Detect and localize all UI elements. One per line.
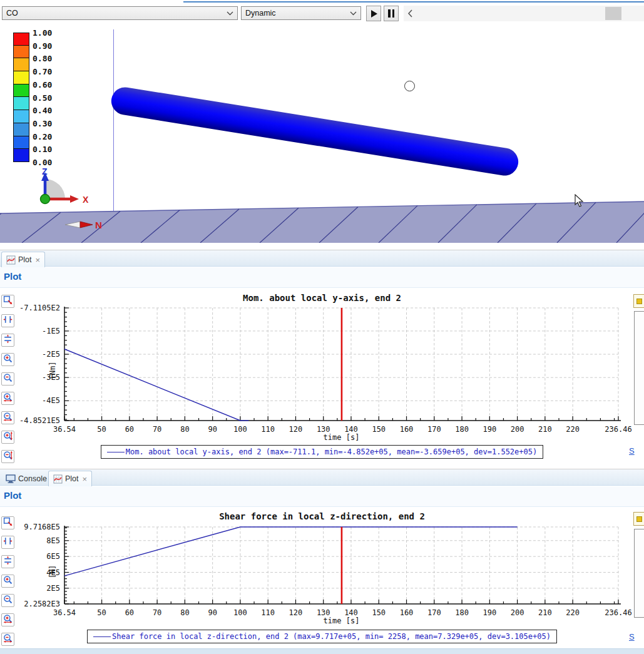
zoom-in-button[interactable] (1, 575, 14, 588)
zoom-out-icon (3, 595, 13, 606)
zoom-out-button[interactable] (1, 372, 14, 386)
zoom-fit-button[interactable] (1, 295, 14, 308)
mouse-cursor (575, 194, 585, 208)
expand-horizontal-button[interactable] (1, 314, 14, 327)
tab-plot-2[interactable]: Plot × (48, 471, 92, 486)
tab-plot-1[interactable]: Plot × (1, 252, 45, 267)
plot-section-header-1: Plot (0, 267, 644, 288)
north-arrow: N (63, 218, 106, 232)
svg-text:70: 70 (153, 425, 161, 434)
svg-text:6E5: 6E5 (46, 552, 60, 561)
svg-text:Shear force in local z-directi: Shear force in local z-direction, end 2 (219, 511, 425, 521)
chart-moment-y-axis: Mom. about local y-axis, end 2-1E5-2E5-3… (0, 288, 644, 444)
zoom-out-y-button[interactable] (1, 450, 14, 463)
close-icon[interactable]: × (83, 474, 88, 484)
scrollbar-thumb[interactable] (605, 7, 621, 20)
zoom-in-icon (3, 575, 13, 587)
pause-button[interactable] (384, 6, 399, 21)
svg-text:210: 210 (538, 425, 552, 434)
svg-text:50: 50 (97, 608, 106, 617)
tab-console[interactable]: Console (1, 471, 51, 486)
zoom-fit-button[interactable] (1, 516, 14, 529)
chevron-down-icon (350, 11, 357, 16)
svg-text:220: 220 (566, 608, 580, 617)
zoom-out-x-button[interactable] (1, 411, 14, 424)
svg-text:120: 120 (289, 608, 303, 617)
zoom-in-x-button[interactable] (1, 613, 14, 626)
svg-text:170: 170 (427, 608, 441, 617)
svg-text:time [s]: time [s] (324, 616, 360, 625)
plot-view-tabbar: Plot × (0, 250, 644, 267)
svg-text:160: 160 (400, 608, 414, 617)
svg-text:8E5: 8E5 (46, 536, 60, 545)
plot-icon (6, 255, 16, 265)
svg-text:100: 100 (233, 425, 247, 434)
svg-text:200: 200 (511, 608, 524, 617)
expand-vertical-icon (3, 334, 13, 346)
svg-text:220: 220 (566, 425, 580, 434)
zoom-out-y-icon (3, 451, 13, 462)
zoom-fit-icon (3, 295, 13, 307)
timeline-scrollbar[interactable] (404, 6, 644, 21)
zoom-in-y-button[interactable] (1, 431, 14, 444)
svg-text:9.7168E5: 9.7168E5 (24, 523, 60, 531)
zoom-in-button[interactable] (1, 353, 14, 366)
svg-text:-1E5: -1E5 (42, 327, 60, 335)
side-link-2[interactable]: S (629, 632, 641, 641)
zoom-out-button[interactable] (1, 594, 14, 607)
axes (64, 526, 621, 604)
svg-text:80: 80 (180, 425, 189, 434)
expand-horizontal-button[interactable] (1, 536, 14, 549)
svg-text:-7.1105E2: -7.1105E2 (19, 304, 60, 312)
svg-text:150: 150 (372, 608, 386, 617)
expand-horizontal-icon (3, 536, 13, 548)
console-icon (6, 474, 16, 483)
zoom-in-icon (3, 354, 13, 365)
zoom-out-x-button[interactable] (1, 633, 14, 646)
svg-text:130: 130 (317, 608, 330, 617)
svg-text:110: 110 (261, 608, 275, 617)
side-panel-button-2[interactable] (633, 512, 644, 526)
chart-1-legend: Mom. about local y-axis, end 2 (max=-711… (101, 445, 543, 459)
series-line (64, 527, 518, 576)
svg-text:50: 50 (97, 425, 106, 434)
condition-select[interactable]: CO (2, 6, 238, 20)
chart-2-legend-wrap: Shear force in local z-direction, end 2 … (0, 630, 644, 643)
viewport-3d[interactable]: 1.000.900.800.700.600.500.400.300.200.10… (0, 23, 644, 243)
status-strip (0, 648, 644, 654)
north-label: N (95, 220, 102, 230)
zoom-in-y-icon (3, 431, 13, 443)
svg-text:90: 90 (208, 425, 217, 434)
condition-select-value: CO (6, 9, 227, 18)
play-button[interactable] (366, 6, 381, 21)
svg-text:210: 210 (538, 608, 552, 617)
svg-text:2.2582E3: 2.2582E3 (24, 600, 60, 608)
svg-text:190: 190 (483, 425, 496, 434)
plot-heading-2: Plot (4, 490, 21, 501)
svg-text:2E5: 2E5 (46, 584, 60, 593)
side-panel-button-1[interactable] (633, 294, 644, 308)
zoom-in-x-button[interactable] (1, 392, 14, 405)
scroll-left-icon[interactable] (407, 9, 413, 18)
tab-plot-2-label: Plot (65, 474, 79, 483)
editor-top-border (183, 1, 644, 3)
tab-console-label: Console (18, 474, 47, 483)
svg-text:Mom. about local y-axis, end 2: Mom. about local y-axis, end 2 (243, 293, 401, 303)
zoom-fit-icon (3, 517, 13, 529)
svg-text:180: 180 (455, 608, 469, 617)
close-icon[interactable]: × (36, 255, 41, 265)
console-plot-tabbar: Console Plot × (0, 469, 644, 486)
zoom-in-x-icon (3, 392, 13, 404)
svg-text:130: 130 (317, 425, 330, 434)
side-link-1[interactable]: S (629, 446, 641, 456)
mode-select[interactable]: Dynamic (241, 6, 361, 20)
expand-vertical-button[interactable] (1, 555, 14, 568)
zoom-out-x-icon (3, 412, 13, 424)
svg-text:200: 200 (511, 425, 524, 434)
side-panel-1 (634, 311, 644, 425)
expand-vertical-button[interactable] (1, 334, 14, 347)
svg-text:70: 70 (153, 608, 161, 617)
mode-select-value: Dynamic (245, 9, 350, 18)
zoom-in-x-icon (3, 614, 13, 626)
plot-section-header-2: Plot (0, 486, 644, 507)
